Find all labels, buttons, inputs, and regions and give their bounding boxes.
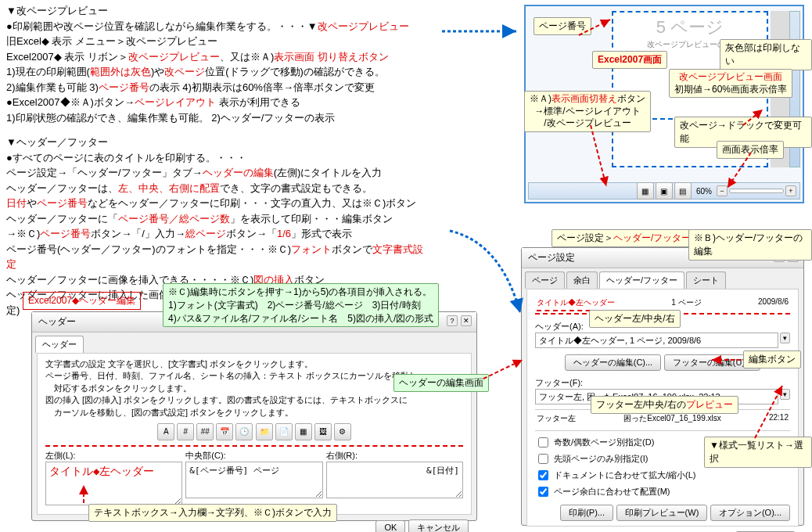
close-icon[interactable]: ✕ bbox=[461, 315, 472, 326]
file-icon[interactable]: 📄 bbox=[275, 423, 293, 440]
callout-textbox: テキストボックス→入力欄→文字列、※Ｃ)ボタンで入力 bbox=[88, 504, 337, 522]
print-preview-btn[interactable]: 印刷プレビュー(W) bbox=[616, 505, 708, 521]
callout-gray: 灰色部は印刷しない bbox=[720, 39, 812, 70]
callout-viewbtn: ※Ａ)表示画面切替えボタン →標準/ページレイアウト/改ページプレビュー bbox=[524, 91, 651, 132]
callout-e2007: Excel2007画面 bbox=[592, 51, 667, 69]
page-setup-dialog: ページ設定 ?✕ ページ 余白 ヘッダー/フッター シート タイトル◆左ヘッダー… bbox=[521, 247, 804, 526]
callout-pbview: 改ページプレビュー画面初期値→60%画面表示倍率 bbox=[669, 69, 792, 98]
path-icon[interactable]: 📁 bbox=[256, 423, 273, 440]
right-textbox[interactable] bbox=[326, 462, 463, 498]
view-normal-icon[interactable]: ▦ bbox=[637, 182, 654, 200]
callout-fprev: フッター左/中央/右のプレビュー bbox=[591, 396, 738, 414]
doc-text: ▼改ページプレビュー ●印刷範囲や改ページ位置を確認しながら編集作業をする。・・… bbox=[6, 3, 429, 318]
options-btn[interactable]: オプション(O)... bbox=[710, 505, 790, 521]
callout-zoom: 画面表示倍率 bbox=[717, 141, 784, 159]
callout-page-number: ページ番号 bbox=[534, 17, 591, 35]
chevron-down-icon[interactable]: ▾ bbox=[780, 332, 790, 343]
zoom-value: 60% bbox=[696, 187, 712, 196]
opt-scale[interactable]: ドキュメントに合わせて拡大/縮小(L) bbox=[535, 467, 790, 483]
edit-header-btn[interactable]: ヘッダーの編集(C)... bbox=[565, 354, 661, 371]
header-select[interactable] bbox=[535, 332, 778, 348]
h1: ▼改ページプレビュー bbox=[6, 3, 429, 19]
callout-hlcr: ヘッダー左/中央/右 bbox=[589, 310, 681, 328]
time-icon[interactable]: 🕒 bbox=[235, 423, 253, 440]
tab-headerfooter[interactable]: ヘッダー/フッター bbox=[599, 271, 684, 289]
help-icon[interactable]: ? bbox=[447, 315, 458, 326]
print-btn[interactable]: 印刷(P)... bbox=[560, 505, 613, 521]
callout-hdreditscreen: ヘッダーの編集画面 bbox=[393, 374, 489, 392]
callout-editbtn: 編集ボタン bbox=[743, 350, 801, 368]
callout-hf-edit: ※Ｂ)ヘッダー/フッターの編集 bbox=[688, 229, 812, 261]
statusbar: ▦ ▣ ▤ 60% − + bbox=[528, 182, 800, 200]
insert-toolbar: A # ## 📅 🕒 📁 📄 ▦ 🖼 ⚙ bbox=[45, 423, 463, 440]
cancel-btn[interactable]: キャンセル bbox=[408, 519, 469, 532]
callout-e2007-hdredit: Excel2007◆ヘッダー編集 bbox=[23, 292, 141, 310]
zoom-minus[interactable]: − bbox=[717, 185, 728, 196]
tab-sheet[interactable]: シート bbox=[686, 271, 726, 289]
pagenum-icon[interactable]: # bbox=[177, 423, 194, 440]
tab-header[interactable]: ヘッダー bbox=[35, 336, 84, 353]
callout-stylelist: ▼様式一覧リスト→選択 bbox=[704, 437, 812, 468]
pages-icon[interactable]: ## bbox=[196, 423, 214, 440]
chevron-down-icon[interactable]: ▾ bbox=[780, 389, 790, 400]
ok-btn[interactable]: OK bbox=[375, 520, 405, 532]
callout-insertbtn: ※Ｃ)編集時にボタンを押す→1)から5)の各項目が挿入される。1)フォント(文字… bbox=[163, 283, 439, 327]
left-textbox[interactable] bbox=[45, 462, 182, 505]
date-icon[interactable]: 📅 bbox=[216, 423, 233, 440]
font-icon[interactable]: A bbox=[157, 423, 174, 440]
header-dialog: ヘッダー ?✕ ヘッダー 文字書式の設定 文字を選択し、[文字書式] ボタンをク… bbox=[31, 311, 477, 521]
sheet-icon[interactable]: ▦ bbox=[295, 423, 312, 440]
center-textbox[interactable] bbox=[185, 462, 322, 498]
tab-margin[interactable]: 余白 bbox=[566, 271, 598, 289]
callout-pagesetup: ページ設定＞ヘッダー/フッター bbox=[552, 229, 696, 247]
view-layout-icon[interactable]: ▣ bbox=[656, 182, 673, 200]
opt-align[interactable]: ページ余白に合わせて配置(M) bbox=[535, 483, 790, 500]
dlg2-tabs: ページ 余白 ヘッダー/フッター シート bbox=[522, 268, 803, 289]
zoom-slider[interactable] bbox=[729, 189, 784, 193]
h2: ▼ヘッダー／フッター bbox=[6, 135, 429, 150]
tab-page[interactable]: ページ bbox=[525, 271, 565, 289]
zoom-plus[interactable]: + bbox=[785, 185, 796, 196]
picture-icon[interactable]: 🖼 bbox=[314, 423, 332, 440]
page-number-watermark: 5 ページ bbox=[613, 16, 767, 39]
picformat-icon[interactable]: ⚙ bbox=[334, 423, 351, 440]
view-pbreak-icon[interactable]: ▤ bbox=[674, 182, 692, 200]
